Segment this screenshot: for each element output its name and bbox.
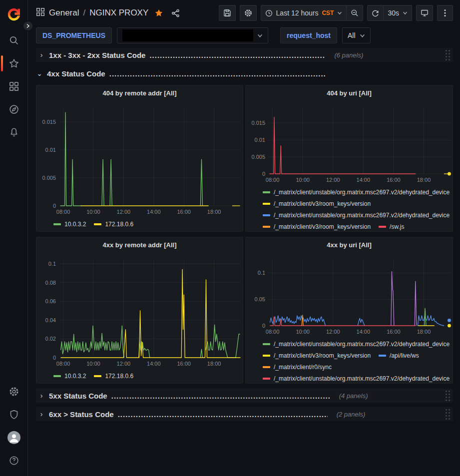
svg-text:16:00: 16:00 <box>387 329 401 335</box>
save-dashboard-button[interactable] <box>219 5 236 21</box>
row-leader-dots: ........................................… <box>118 410 328 419</box>
variable-picker-ds-prometheus[interactable] <box>117 27 268 43</box>
series-line <box>102 159 104 206</box>
zoom-out-icon <box>351 9 359 17</box>
refresh-interval-picker[interactable]: 30s <box>384 5 412 21</box>
favorite-star-button[interactable] <box>152 6 165 19</box>
more-options-button[interactable] <box>437 5 453 21</box>
sidebar-item-help[interactable] <box>0 449 28 472</box>
legend-item[interactable]: 172.18.0.6 <box>94 371 133 381</box>
legend-swatch <box>263 366 270 368</box>
chart-4xx-by-remote-addr[interactable]: 00.020.040.060.080.108:0010:0012:0014:00… <box>36 252 243 370</box>
sidebar-item-dashboards[interactable] <box>0 75 28 98</box>
time-range-picker[interactable]: Last 12 hours CST <box>261 5 347 21</box>
dashboard-title: NGINX PROXY <box>89 8 148 18</box>
variable-picker-request-host[interactable]: All <box>342 27 371 43</box>
legend-label: 172.18.0.6 <box>105 373 133 380</box>
chart-svg: 00.050.108:0010:0012:0014:0016:0018:00 <box>249 252 453 338</box>
row-5xx[interactable]: › 5xx Status Code ......................… <box>36 389 453 403</box>
legend-item[interactable]: /_matrix/client/unstable/org.matrix.msc2… <box>263 339 450 349</box>
timezone-label: CST <box>322 9 334 16</box>
svg-text:10:00: 10:00 <box>86 209 100 215</box>
svg-text:08:00: 08:00 <box>56 209 70 215</box>
svg-text:08:00: 08:00 <box>266 329 280 335</box>
panel-4xx-by-remote-addr: 4xx by remote addr [All] 00.020.040.060.… <box>36 237 243 384</box>
row-title: 4xx Status Code <box>47 69 105 78</box>
svg-text:0.005: 0.005 <box>251 154 265 160</box>
row-leader-dots: ........................................… <box>109 69 325 78</box>
panel-title[interactable]: 4xx by uri [All] <box>246 237 453 252</box>
legend-item[interactable]: /api/live/ws <box>379 351 419 361</box>
svg-text:0: 0 <box>262 171 265 177</box>
share-dashboard-button[interactable] <box>169 7 182 19</box>
legend-item[interactable]: /_matrix/client/r0/sync <box>263 362 332 372</box>
row-6xx[interactable]: › 6xx > Status Code ....................… <box>36 407 453 421</box>
legend-item[interactable]: /_matrix/client/unstable/org.matrix.msc2… <box>263 210 450 220</box>
sidebar-item-configuration[interactable] <box>0 380 28 403</box>
svg-text:0.08: 0.08 <box>45 280 56 286</box>
svg-text:18:00: 18:00 <box>207 361 221 367</box>
sidebar-expand-button[interactable] <box>22 20 33 31</box>
panel-title[interactable]: 404 by remote addr [All] <box>36 85 243 100</box>
legend-swatch <box>263 355 270 357</box>
sidebar-item-search[interactable] <box>0 29 28 52</box>
series-end-dot <box>448 319 451 322</box>
sidebar-item-alerting[interactable] <box>0 121 28 144</box>
svg-text:12:00: 12:00 <box>326 177 340 183</box>
star-outline-icon <box>9 58 19 68</box>
apps-grid-icon <box>36 7 45 18</box>
row-panel-count: (4 panels) <box>339 392 368 400</box>
legend-item[interactable]: /_matrix/client/v3/room_keys/version <box>263 199 371 209</box>
legend-swatch <box>263 226 270 228</box>
avatar <box>7 431 20 444</box>
svg-text:0: 0 <box>262 323 265 329</box>
panel-title[interactable]: 4xx by remote addr [All] <box>36 237 243 252</box>
row-drag-handle[interactable] <box>446 50 451 61</box>
chevron-down-icon <box>257 33 263 38</box>
legend-item[interactable]: 172.18.0.6 <box>94 219 133 229</box>
bell-icon <box>9 127 19 137</box>
row-leader-dots: ........................................… <box>149 51 325 59</box>
variable-label-ds-prometheus: DS_PROMETHEUS <box>36 27 112 43</box>
active-indicator <box>1 55 3 71</box>
legend-item[interactable]: 10.0.3.2 <box>53 219 86 229</box>
person-icon <box>7 431 20 444</box>
row-1xx-3xx-2xx[interactable]: › 1xx - 3xx - 2xx Status Code ..........… <box>36 48 453 62</box>
row-panel-count: (6 panels) <box>334 51 363 59</box>
sidebar-item-server-admin[interactable] <box>0 403 28 426</box>
gear-icon <box>244 9 252 17</box>
sidebar-item-explore[interactable] <box>0 98 28 121</box>
row-4xx[interactable]: ⌄ 4xx Status Code ......................… <box>36 66 453 80</box>
svg-text:12:00: 12:00 <box>117 361 131 367</box>
legend-item[interactable]: /_matrix/client/unstable/org.matrix.msc2… <box>263 187 450 197</box>
chart-404-by-uri[interactable]: 00.0050.010.01508:0010:0012:0014:0016:00… <box>246 100 453 186</box>
row-drag-handle[interactable] <box>446 409 451 421</box>
legend-item[interactable]: /_matrix/client/v3/room_keys/version <box>263 351 371 361</box>
legend-label: /sw.js <box>390 223 404 230</box>
breadcrumb-separator: / <box>83 8 85 18</box>
panel-legend: /_matrix/client/unstable/org.matrix.msc2… <box>246 186 453 231</box>
chart-404-by-remote-addr[interactable]: 00.0050.010.01508:0010:0012:0014:0016:00… <box>36 100 243 218</box>
cycle-view-mode-button[interactable] <box>416 5 433 21</box>
legend-item[interactable]: /_matrix/client/v3/room_keys/version <box>263 222 371 231</box>
legend-item[interactable]: /_matrix/client/unstable/org.matrix.msc2… <box>263 374 450 383</box>
row-drag-handle[interactable] <box>446 391 451 402</box>
refresh-button[interactable] <box>367 5 384 21</box>
svg-text:0.01: 0.01 <box>45 147 56 153</box>
sidebar-item-profile[interactable] <box>0 426 28 449</box>
zoom-out-time-button[interactable] <box>347 5 363 21</box>
row-chevron-icon: › <box>38 410 45 418</box>
panel-title[interactable]: 404 by uri [All] <box>246 85 453 100</box>
sidebar-item-starred[interactable] <box>0 52 28 75</box>
dashboard-canvas: › 1xx - 3xx - 2xx Status Code ..........… <box>28 45 460 426</box>
save-icon <box>223 9 231 17</box>
row-chevron-icon: › <box>38 392 45 400</box>
legend-item[interactable]: 10.0.3.2 <box>53 371 86 381</box>
chart-4xx-by-uri[interactable]: 00.050.108:0010:0012:0014:0016:0018:00 <box>246 252 453 338</box>
breadcrumb-section[interactable]: General <box>49 8 79 18</box>
series-line <box>139 342 150 358</box>
series-line <box>61 326 124 358</box>
legend-item[interactable]: /sw.js <box>379 222 404 231</box>
chevron-down-icon <box>403 10 408 15</box>
dashboard-settings-button[interactable] <box>240 5 257 21</box>
